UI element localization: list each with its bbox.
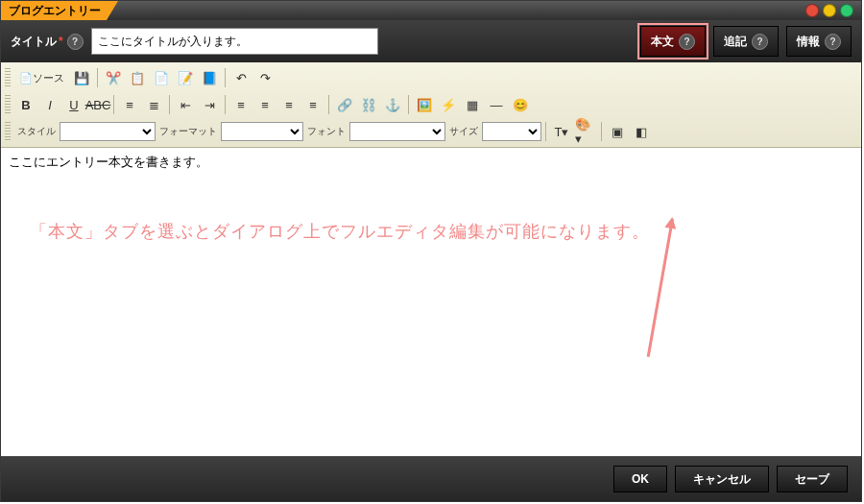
annotation-text: 「本文」タブを選ぶとダイアログ上でフルエディタ編集が可能になります。 xyxy=(30,220,650,243)
close-icon[interactable] xyxy=(805,4,819,17)
underline-icon[interactable]: U xyxy=(62,93,85,116)
editor-content[interactable]: ここにエントリー本文を書きます。 「本文」タブを選ぶとダイアログ上でフルエディタ… xyxy=(1,148,861,447)
cancel-button[interactable]: キャンセル xyxy=(675,466,769,492)
help-icon[interactable]: ? xyxy=(752,34,768,50)
window-controls xyxy=(805,4,853,17)
image-icon[interactable]: 🖼️ xyxy=(413,93,436,116)
save-button[interactable]: セーブ xyxy=(777,466,848,492)
strike-icon[interactable]: ABC xyxy=(86,93,109,116)
maximize-editor-icon[interactable]: ▣ xyxy=(606,120,629,143)
align-justify-icon[interactable]: ≡ xyxy=(301,93,324,116)
editor-toolbar: 📄ソース 💾 ✂️ 📋 📄 📝 📘 ↶ ↷ B I U ABC ≡ ≣ ⇤ ⇥ xyxy=(1,62,861,148)
tab-append-label: 追記 xyxy=(724,34,747,50)
paste-word-icon[interactable]: 📘 xyxy=(198,66,221,89)
title-label: タイトル * ? xyxy=(11,34,84,50)
ok-button[interactable]: OK xyxy=(613,466,667,492)
annotation-arrow-icon xyxy=(647,219,674,357)
redo-icon[interactable]: ↷ xyxy=(253,66,276,89)
ordered-list-icon[interactable]: ≡ xyxy=(118,93,141,116)
align-right-icon[interactable]: ≡ xyxy=(277,93,300,116)
show-blocks-icon[interactable]: ◧ xyxy=(630,120,653,143)
link-icon[interactable]: 🔗 xyxy=(333,93,356,116)
title-label-text: タイトル xyxy=(11,34,57,50)
size-label: サイズ xyxy=(446,125,481,138)
help-icon[interactable]: ? xyxy=(67,34,84,50)
title-input[interactable] xyxy=(91,28,378,55)
maximize-icon[interactable] xyxy=(840,4,853,17)
required-icon: * xyxy=(59,35,63,48)
bg-color-icon[interactable]: 🎨▾ xyxy=(574,120,597,143)
flash-icon[interactable]: ⚡ xyxy=(437,93,460,116)
source-label: ソース xyxy=(33,71,64,85)
bold-icon[interactable]: B xyxy=(14,93,37,116)
font-select[interactable] xyxy=(349,122,445,141)
hr-icon[interactable]: ― xyxy=(485,93,508,116)
format-select[interactable] xyxy=(221,122,303,141)
tab-info[interactable]: 情報 ? xyxy=(786,26,852,57)
align-center-icon[interactable]: ≡ xyxy=(253,93,276,116)
anchor-icon[interactable]: ⚓ xyxy=(381,93,404,116)
toolbar-handle-icon xyxy=(5,122,11,141)
tab-append[interactable]: 追記 ? xyxy=(713,26,779,57)
body-text: ここにエントリー本文を書きます。 xyxy=(9,155,208,169)
toolbar-handle-icon xyxy=(5,68,11,87)
style-select[interactable] xyxy=(60,122,156,141)
unordered-list-icon[interactable]: ≣ xyxy=(142,93,165,116)
outdent-icon[interactable]: ⇤ xyxy=(174,93,197,116)
header-bar: タイトル * ? 本文 ? 追記 ? 情報 ? xyxy=(1,20,861,62)
footer-bar: OK キャンセル セーブ xyxy=(1,456,861,501)
save-icon[interactable]: 💾 xyxy=(70,66,93,89)
table-icon[interactable]: ▦ xyxy=(461,93,484,116)
paste-text-icon[interactable]: 📝 xyxy=(174,66,197,89)
source-button[interactable]: 📄ソース xyxy=(14,66,69,89)
help-icon[interactable]: ? xyxy=(825,34,841,50)
align-left-icon[interactable]: ≡ xyxy=(229,93,252,116)
unlink-icon[interactable]: ⛓️ xyxy=(357,93,380,116)
text-color-icon[interactable]: T▾ xyxy=(550,120,573,143)
style-label: スタイル xyxy=(14,125,59,138)
smiley-icon[interactable]: 😊 xyxy=(509,93,532,116)
toolbar-handle-icon xyxy=(5,95,11,114)
cut-icon[interactable]: ✂️ xyxy=(102,66,125,89)
tab-info-label: 情報 xyxy=(797,34,820,50)
dialog-window: ブログエントリー タイトル * ? 本文 ? 追記 ? 情報 ? xyxy=(0,0,862,502)
format-label: フォーマット xyxy=(156,125,220,138)
tab-body-label: 本文 xyxy=(651,34,674,50)
italic-icon[interactable]: I xyxy=(38,93,61,116)
help-icon[interactable]: ? xyxy=(679,34,695,50)
tab-body[interactable]: 本文 ? xyxy=(640,26,706,57)
size-select[interactable] xyxy=(482,122,541,141)
font-label: フォント xyxy=(304,125,348,138)
window-title: ブログエントリー xyxy=(1,1,118,20)
paste-icon[interactable]: 📄 xyxy=(150,66,173,89)
minimize-icon[interactable] xyxy=(823,4,836,17)
titlebar: ブログエントリー xyxy=(1,1,861,20)
indent-icon[interactable]: ⇥ xyxy=(198,93,221,116)
undo-icon[interactable]: ↶ xyxy=(229,66,252,89)
copy-icon[interactable]: 📋 xyxy=(126,66,149,89)
